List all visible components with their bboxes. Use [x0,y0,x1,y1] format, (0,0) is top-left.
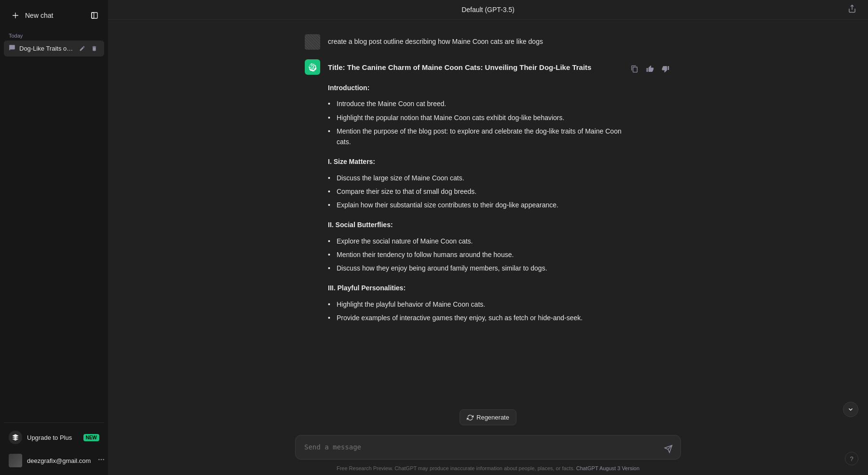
thumbs-down-button[interactable] [660,63,671,75]
list-item: Mention the purpose of the blog post: to… [328,126,629,148]
share-icon [848,4,856,13]
list-item: Introduce the Maine Coon cat breed. [328,98,629,109]
today-section-label: Today [4,29,104,41]
gpt-logo-icon [308,63,317,71]
new-chat-label: New chat [25,12,53,19]
section-size-heading: I. Size Matters: [328,156,629,168]
thumbs-up-button[interactable] [644,63,656,75]
sidebar-header: New chat [4,4,104,27]
list-item: Provide examples of interactive games th… [328,312,629,323]
upgrade-label: Upgrade to Plus [27,434,79,441]
user-message-content: create a blog post outline describing ho… [328,34,671,47]
scroll-to-bottom-button[interactable] [843,402,858,417]
chat-item[interactable]: Dog-Like Traits of Main [4,41,104,56]
response-content: Title: The Canine Charm of Maine Coon Ca… [328,61,629,326]
model-title: Default (GPT-3.5) [461,6,515,14]
gpt-avatar [305,59,320,75]
delete-icon [91,45,97,52]
section-intro-heading: Introduction: [328,82,629,94]
user-more-button[interactable] [95,455,107,466]
chat-item-icon [9,44,15,53]
regenerate-container: Regenerate [450,409,526,425]
user-account-item[interactable]: deezgrafix@gmail.com [4,450,104,471]
user-message-text: create a blog post outline describing ho… [328,36,671,47]
regenerate-label: Regenerate [476,414,509,421]
list-item: Mention their tendency to follow humans … [328,249,629,260]
section-social-list: Explore the social nature of Maine Coon … [328,236,629,274]
new-chat-button[interactable]: New chat [7,8,88,23]
regenerate-icon [467,414,474,421]
copy-button[interactable] [629,63,640,75]
upgrade-to-plus-item[interactable]: Upgrade to Plus NEW [4,427,104,448]
svg-point-2 [98,459,100,461]
new-badge: NEW [83,434,99,441]
section-playful-heading: III. Playful Personalities: [328,283,629,294]
list-item: Explain how their substantial size contr… [328,200,629,210]
list-item: Highlight the playful behavior of Maine … [328,299,629,310]
input-wrapper [295,435,681,461]
svg-point-3 [101,459,102,461]
edit-icon [79,45,85,52]
chevron-down-icon [847,406,854,413]
help-button[interactable]: ? [845,452,858,465]
response-title: Title: The Canine Charm of Maine Coon Ca… [328,61,629,74]
list-item: Discuss how they enjoy being around fami… [328,263,629,273]
section-intro-list: Introduce the Maine Coon cat breed. High… [328,98,629,148]
svg-rect-0 [92,13,94,18]
input-area: Free Research Preview. ChatGPT may produ… [108,429,868,475]
thumbs-up-icon [646,65,654,73]
section-playful-list: Highlight the playful behavior of Maine … [328,299,629,324]
svg-rect-1 [92,13,97,18]
message-actions [629,63,671,75]
list-item: Compare their size to that of small dog … [328,186,629,197]
chat-item-label: Dog-Like Traits of Main [19,45,73,52]
sidebar: New chat Today Dog-Like Traits of Main U… [0,0,108,475]
delete-chat-button[interactable] [89,44,99,53]
upgrade-icon [9,431,22,444]
more-dots-icon [97,456,105,463]
section-social-heading: II. Social Butterflies: [328,219,629,231]
chat-item-actions [77,44,99,53]
user-avatar-message [305,34,320,50]
thumbs-down-icon [662,65,669,73]
sidebar-toggle-button[interactable] [88,9,101,22]
plus-icon [11,11,20,20]
send-icon [664,445,673,453]
send-button[interactable] [662,442,675,456]
edit-chat-button[interactable] [77,44,87,53]
section-size-list: Discuss the large size of Maine Coon cat… [328,173,629,211]
footer-disclaimer: Free Research Preview. ChatGPT may produ… [295,465,681,471]
user-message-row: create a blog post outline describing ho… [295,29,681,54]
user-avatar [9,454,22,467]
assistant-message-row: Title: The Canine Charm of Maine Coon Ca… [295,54,681,337]
sidebar-toggle-icon [91,12,98,19]
footer-link[interactable]: ChatGPT August 3 Version [576,465,639,471]
chat-area[interactable]: create a blog post outline describing ho… [108,20,868,409]
svg-point-4 [103,459,105,461]
sidebar-footer: Upgrade to Plus NEW deezgrafix@gmail.com [4,422,104,471]
copy-icon [631,65,638,73]
list-item: Highlight the popular notion that Maine … [328,112,629,123]
share-button[interactable] [846,2,858,17]
user-name: deezgrafix@gmail.com [27,457,91,464]
topbar: Default (GPT-3.5) [108,0,868,20]
regenerate-button[interactable]: Regenerate [460,409,516,425]
list-item: Discuss the large size of Maine Coon cat… [328,173,629,183]
main-panel: Default (GPT-3.5) create a blog post out… [108,0,868,475]
list-item: Explore the social nature of Maine Coon … [328,236,629,246]
assistant-message-content: Title: The Canine Charm of Maine Coon Ca… [328,59,671,332]
chat-input[interactable] [295,435,681,460]
